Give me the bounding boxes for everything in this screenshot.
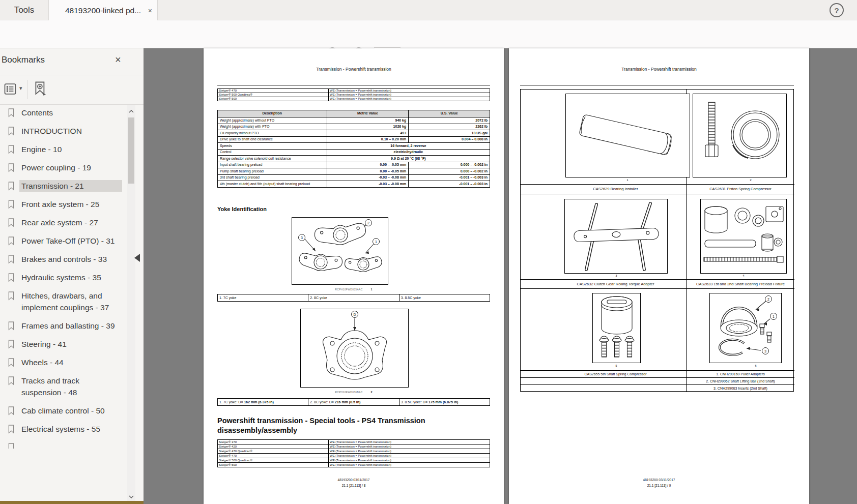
bookmark-item-electrical[interactable]: Electrical systems - 55 (7, 423, 122, 435)
bookmark-options-button[interactable] (3, 82, 17, 96)
torque-adapter-drawing (565, 199, 667, 273)
bookmark-icon (7, 358, 15, 368)
collapse-sidebar-icon[interactable] (134, 254, 140, 262)
figure-number: 4 (733, 274, 754, 277)
config-cell: WE (Transmission = Powershift transmissi… (329, 454, 490, 458)
bookmark-item-rear-axle[interactable]: Rear axle system - 27 (7, 217, 122, 228)
header-rule (520, 85, 794, 85)
bookmark-icon (7, 236, 15, 246)
bookmark-item-transmission[interactable]: Transmission - 21 (7, 180, 122, 192)
bookmark-item-tracks[interactable]: Tracks and track suspension - 48 (7, 375, 122, 398)
metric-cell: -0.03 – -0.08 mm (327, 174, 409, 181)
divider (0, 104, 144, 105)
figure-number: 5 (606, 364, 626, 367)
bookmark-label: Hitches, drawbars, and implement couplin… (19, 290, 122, 313)
bookmark-item-front-axle[interactable]: Front axle system - 25 (7, 198, 122, 210)
page-footer-doc: 48193200 03/11/2017 (509, 478, 809, 482)
callout-1: 1 (373, 238, 380, 245)
bookmark-icon (7, 376, 15, 386)
figure-label: RCPH10FWD035AAC1 (204, 288, 504, 291)
table-row: Oil capacity without PTO49 l13 US gal (218, 130, 490, 137)
us-cell: 2262 lb (409, 124, 490, 130)
bookmark-item-pto[interactable]: Power Take-Off (PTO) - 31 (7, 235, 122, 247)
figure-cas2629 (565, 94, 690, 177)
yoke-dimension-caption-row: 1. 7C yoke: D= 162 mm (6.375 in) 2. 8C y… (217, 398, 490, 406)
bookmark-item-introduction[interactable]: INTRODUCTION (7, 125, 122, 137)
page-footer-doc: 48193200 03/11/2017 (204, 478, 504, 482)
callout-3: 3 (298, 234, 305, 241)
table-row: Speeds16 forward, 2 reverse (218, 143, 490, 150)
bookmark-item-steering[interactable]: Steering - 41 (7, 338, 122, 350)
bookmark-item-power-coupling[interactable]: Power coupling - 19 (7, 162, 122, 173)
bookmark-icon (7, 108, 15, 118)
figure-caption: CAS2629 Bearing Installer (521, 184, 686, 194)
caption-prefix: 2. 8C yoke: D= (310, 400, 334, 404)
divider (27, 80, 28, 99)
sidebar-scrollbar[interactable] (127, 105, 135, 501)
puller-parts-drawing (710, 293, 781, 363)
tab-tools[interactable]: Tools (0, 0, 48, 20)
bookmark-item-contents[interactable]: Contents (7, 107, 122, 118)
yoke-diameter-figure: D (300, 309, 409, 388)
caption-prefix: 3. 8.5C yoke: D= (401, 400, 427, 404)
document-canvas[interactable]: Transmission - Powershift transmission S… (144, 48, 857, 504)
bookmark-item-clipped[interactable] (7, 441, 122, 449)
table-row: Steiger® 500WE (Transmission = Powershif… (218, 97, 490, 101)
scrollbar-thumb[interactable] (128, 117, 134, 184)
bookmark-item-hitches[interactable]: Hitches, drawbars, and implement couplin… (7, 290, 122, 313)
table-row: Input shaft bearing preload0.00 – -0.05 … (218, 162, 490, 168)
bookmark-item-wheels[interactable]: Wheels - 44 (7, 357, 122, 368)
caption-prefix: 1. 7C yoke: D= (219, 400, 243, 404)
desc-cell: 4th (master clutch) and 5th (output) sha… (218, 181, 327, 188)
caption-value: 216 mm (8.5 in) (335, 400, 361, 404)
desc-cell: Input shaft bearing preload (218, 162, 327, 168)
figure-cas2632 (564, 199, 668, 274)
bookmark-item-engine[interactable]: Engine - 10 (7, 143, 122, 155)
figure-caption: CAS2655 5th Shaft Spring Compressor (521, 370, 686, 377)
spec-header-us: U.S. Value (409, 110, 490, 117)
model-cell: Steiger® 470 (218, 89, 329, 93)
help-icon[interactable]: ? (830, 3, 844, 17)
metric-cell: 0.10 – 0.20 mm (327, 136, 409, 143)
figure-number: 2 (740, 179, 761, 182)
bookmark-item-brakes[interactable]: Brakes and controls - 33 (7, 253, 122, 265)
tab-document[interactable]: 48193200-linked pd... × (48, 0, 158, 21)
table-row: Pump shaft bearing preload0.00 – -0.05 m… (218, 168, 490, 175)
figure-caption-line: 1. CNH299160 Puller Adapters (687, 370, 794, 377)
config-cell: WE (Transmission = Powershift transmissi… (329, 449, 490, 454)
caption-cell: 3. 8.5C yoke: D= 175 mm (6.875 in) (399, 399, 490, 405)
bookmark-item-cab-climate[interactable]: Cab climate control - 50 (7, 405, 122, 417)
bookmark-label: Rear axle system - 27 (19, 217, 122, 228)
bookmark-icon (7, 442, 15, 449)
us-cell: 0.000 – -0.002 in (409, 168, 490, 175)
bookmark-label: Brakes and controls - 33 (19, 253, 122, 265)
close-icon[interactable]: × (148, 7, 152, 15)
figure-code: RCPH10FWD035AAC (335, 288, 362, 291)
table-row: Steiger® 470 Quadtrac®WE (Transmission =… (218, 449, 490, 454)
callout-3: 3 (762, 347, 769, 354)
config-cell: WE (Transmission = Powershift transmissi… (329, 97, 490, 101)
us-cell: -0.001 – -0.003 in (409, 174, 490, 181)
scroll-up-icon[interactable] (128, 107, 134, 113)
config-cell: WE (Transmission = Powershift transmissi… (329, 93, 490, 97)
bookmark-item-hydraulic[interactable]: Hydraulic systems - 35 (7, 272, 122, 283)
scroll-down-icon[interactable] (128, 493, 134, 499)
find-current-bookmark-button[interactable] (33, 81, 48, 97)
close-panel-icon[interactable]: × (115, 54, 121, 65)
caption-cell: 2. 8C yoke: D= 216 mm (8.5 in) (308, 399, 399, 405)
bearing-preload-fixture-drawing (701, 199, 786, 273)
table-row: Steiger® 500WE (Transmission = Powershif… (218, 463, 490, 467)
app-window: Tools 48193200-linked pd... × ? / (0, 0, 857, 504)
page-footer-section: 21.1 [21.113] / 8 (204, 484, 504, 487)
spec-table: Description Metric Value U.S. Value Weig… (217, 110, 490, 188)
chevron-down-icon[interactable]: ▾ (19, 85, 22, 92)
special-tools-heading: Powershift transmission - Special tools … (217, 416, 456, 435)
pdf-page-left: Transmission - Powershift transmission S… (204, 48, 504, 504)
table-row: Steiger® 420WE (Transmission = Powershif… (218, 444, 490, 449)
table-row: 3rd shaft bearing preload-0.03 – -0.08 m… (218, 174, 490, 181)
table-row: 4th (master clutch) and 5th (output) sha… (218, 181, 490, 188)
caption-value: 175 mm (6.875 in) (428, 400, 458, 404)
model-cell: Steiger® 500 Quadtrac® (218, 458, 329, 463)
bookmark-item-frames[interactable]: Frames and ballasting - 39 (7, 320, 122, 332)
bookmark-icon (7, 181, 15, 191)
